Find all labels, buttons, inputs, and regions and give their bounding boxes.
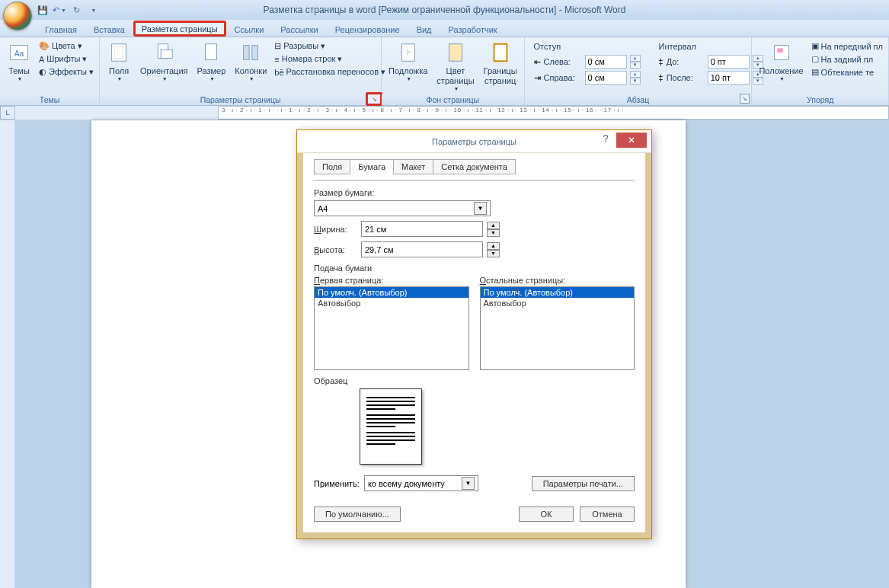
title-bar: 💾 ↶▼ ↻ ▼ Разметка страницы в word [Режим… — [0, 0, 889, 20]
tab-page-layout[interactable]: Разметка страницы — [133, 21, 226, 37]
orientation-button[interactable]: Ориентация▼ — [136, 39, 191, 85]
spin-up[interactable]: ▲ — [630, 55, 641, 62]
orientation-icon — [152, 40, 176, 65]
line-numbers-icon: ≡ — [274, 55, 279, 64]
group-arrange: Положение▼ ▣На передний пл ▢На задний пл… — [752, 37, 889, 105]
spin-down[interactable]: ▼ — [487, 229, 500, 237]
line-numbers-button[interactable]: ≡Номера строк ▾ — [272, 53, 388, 65]
spin-up[interactable]: ▲ — [630, 71, 641, 78]
dialog-tab-paper[interactable]: Бумага — [350, 159, 394, 174]
send-back[interactable]: ▢На задний пл — [809, 53, 885, 65]
tab-insert[interactable]: Вставка — [85, 21, 133, 37]
spin-up[interactable]: ▲ — [487, 222, 500, 229]
list-item[interactable]: Автовыбор — [315, 298, 468, 308]
indent-right-input[interactable] — [585, 71, 627, 85]
group-page-background: AПодложка▼ Цвет страницы▼ Границы страни… — [382, 37, 524, 105]
columns-button[interactable]: Колонки▼ — [231, 39, 270, 85]
width-input[interactable] — [361, 221, 483, 237]
undo-icon[interactable]: ↶▼ — [53, 4, 66, 16]
default-button[interactable]: По умолчанию... — [314, 507, 401, 522]
apply-to-select[interactable]: ко всему документу ▼ — [364, 475, 478, 491]
office-button[interactable] — [3, 2, 32, 30]
spacing-header: Интервал — [659, 42, 763, 51]
horizontal-ruler[interactable]: 3 · ı · 2 · ı · 1 · ı · · ı · 1 · ı · 2 … — [218, 106, 889, 120]
dialog-title-bar[interactable]: Параметры страницы ? ✕ — [297, 130, 651, 153]
indent-header: Отступ — [534, 42, 641, 51]
watermark-icon: A — [396, 40, 421, 65]
dropdown-icon[interactable]: ▼ — [462, 477, 475, 490]
watermark-button[interactable]: AПодложка▼ — [385, 39, 431, 85]
save-icon[interactable]: 💾 — [37, 4, 49, 16]
cancel-button[interactable]: Отмена — [580, 507, 635, 522]
dropdown-icon[interactable]: ▼ — [474, 202, 487, 215]
spin-down[interactable]: ▼ — [630, 78, 641, 85]
apply-label: Применить: — [314, 479, 360, 488]
theme-effects[interactable]: ◐Эффекты ▾ — [37, 66, 96, 78]
spacing-after-input[interactable] — [708, 71, 750, 85]
paper-size-select[interactable]: A4 ▼ — [314, 200, 491, 216]
spin-up[interactable]: ▲ — [487, 242, 500, 250]
spacing-before-input[interactable] — [708, 55, 750, 69]
quick-access-toolbar: 💾 ↶▼ ↻ ▼ — [37, 4, 99, 16]
group-label-paragraph: Абзац — [525, 94, 752, 105]
hyphenation-button[interactable]: bēРасстановка переносов ▾ — [272, 66, 388, 78]
page-color-button[interactable]: Цвет страницы▼ — [433, 39, 478, 94]
print-options-button[interactable]: Параметры печати... — [532, 476, 635, 491]
svg-rect-6 — [206, 44, 217, 60]
dialog-tab-grid[interactable]: Сетка документа — [433, 159, 516, 174]
tab-developer[interactable]: Разработчик — [440, 21, 506, 37]
ruler-corner[interactable]: L — [0, 106, 15, 120]
spin-down[interactable]: ▼ — [487, 250, 500, 257]
window-title: Разметка страницы в word [Режим ограниче… — [264, 5, 626, 15]
position-button[interactable]: Положение▼ — [755, 39, 807, 85]
breaks-button[interactable]: ⊟Разрывы ▾ — [272, 40, 388, 52]
ruler-row: L 3 · ı · 2 · ı · 1 · ı · · ı · 1 · ı · … — [0, 106, 889, 120]
svg-rect-7 — [244, 46, 250, 60]
svg-rect-14 — [777, 48, 783, 53]
vertical-ruler[interactable] — [0, 120, 15, 588]
size-button[interactable]: Размер▼ — [193, 39, 230, 85]
dialog-close-button[interactable]: ✕ — [616, 133, 647, 148]
list-item[interactable]: По умолч. (Автовыбор) — [481, 287, 635, 298]
ok-button[interactable]: ОК — [519, 507, 574, 522]
svg-text:Aa: Aa — [14, 50, 24, 58]
list-item[interactable]: Автовыбор — [481, 298, 635, 308]
page-borders-button[interactable]: Границы страниц — [480, 39, 521, 88]
theme-fonts[interactable]: AШрифты ▾ — [37, 53, 96, 65]
dialog-tab-fields[interactable]: Поля — [314, 159, 350, 174]
theme-colors[interactable]: 🎨Цвета ▾ — [37, 40, 96, 52]
margins-button[interactable]: Поля▼ — [103, 39, 135, 85]
tab-mailings[interactable]: Рассылки — [272, 21, 326, 37]
group-label-page-setup: Параметры страницы — [100, 94, 381, 105]
paragraph-launcher[interactable]: ↘ — [740, 94, 750, 104]
dialog-help-button[interactable]: ? — [596, 133, 615, 148]
first-page-listbox[interactable]: По умолч. (Автовыбор) Автовыбор — [314, 286, 469, 370]
other-pages-label: Остальные страницы: — [480, 276, 635, 285]
themes-button[interactable]: Aa Темы▼ — [3, 39, 35, 85]
redo-icon[interactable]: ↻ — [70, 4, 82, 16]
tab-view[interactable]: Вид — [408, 21, 440, 37]
columns-icon — [238, 40, 263, 65]
page-borders-icon — [488, 40, 513, 65]
tab-references[interactable]: Ссылки — [226, 21, 273, 37]
other-pages-listbox[interactable]: По умолч. (Автовыбор) Автовыбор — [480, 286, 635, 370]
svg-rect-5 — [161, 50, 173, 58]
dialog-tabs: Поля Бумага Макет Сетка документа — [314, 159, 635, 174]
svg-rect-12 — [494, 44, 507, 62]
spin-down[interactable]: ▼ — [630, 62, 641, 69]
tab-review[interactable]: Рецензирование — [327, 21, 408, 37]
height-input[interactable] — [361, 241, 483, 257]
qat-dropdown-icon[interactable]: ▼ — [87, 4, 99, 16]
spacing-after-icon: ‡ — [659, 73, 664, 82]
bring-front[interactable]: ▣На передний пл — [809, 40, 885, 52]
colors-icon: 🎨 — [39, 41, 50, 51]
indent-left-input[interactable] — [585, 55, 627, 69]
dialog-tab-layout[interactable]: Макет — [393, 159, 433, 174]
list-item[interactable]: По умолч. (Автовыбор) — [315, 287, 468, 298]
page-setup-launcher[interactable]: ↘ — [366, 92, 382, 106]
fonts-icon: A — [39, 55, 44, 64]
tab-home[interactable]: Главная — [37, 21, 85, 37]
text-wrap[interactable]: ▤Обтекание те — [809, 66, 885, 78]
group-label-arrange: Упоряд — [752, 94, 888, 105]
first-page-label: Первая страница: — [314, 276, 469, 285]
